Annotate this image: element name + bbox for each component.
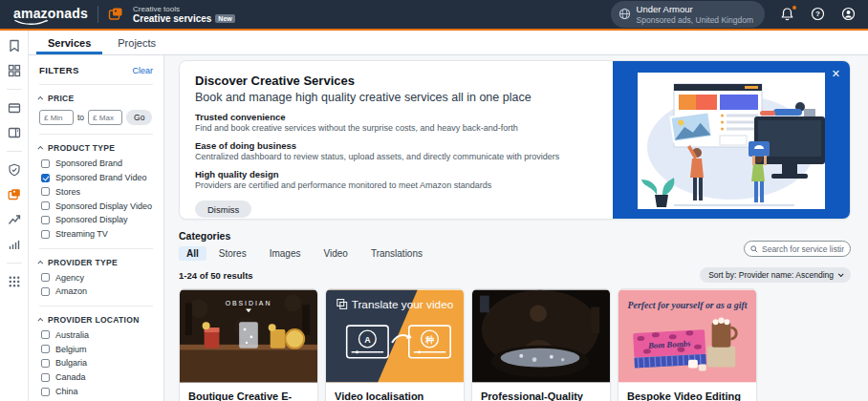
chevron-down-icon — [838, 271, 844, 277]
provider-location-option[interactable]: Belgium — [41, 345, 153, 354]
svg-text:?: ? — [815, 11, 820, 19]
checkbox[interactable] — [41, 388, 50, 396]
rail-divider — [7, 151, 22, 152]
campaigns-bookmark-icon[interactable] — [8, 39, 21, 53]
amazon-smile-icon — [14, 19, 49, 26]
checkbox[interactable] — [41, 330, 50, 339]
checkbox[interactable] — [41, 187, 50, 196]
chevron-up-icon — [37, 318, 43, 324]
amazonads-logo[interactable]: amazonads — [13, 6, 88, 24]
checkbox[interactable] — [41, 216, 50, 224]
dashboard-grid-icon[interactable] — [8, 64, 21, 77]
provider-type-option[interactable]: Amazon — [41, 286, 153, 296]
banner-point-desc: Providers are certified and performance … — [195, 180, 597, 190]
growth-trend-icon[interactable] — [8, 213, 21, 226]
provider-location-section-header[interactable]: PROVIDER LOCATION — [39, 315, 153, 325]
user-icon — [841, 7, 856, 21]
banner-point-desc: Find and book creative services without … — [195, 123, 597, 133]
product-type-option[interactable]: Streaming TV — [41, 229, 153, 239]
price-min-input[interactable] — [39, 110, 74, 125]
sidebar-rail — [0, 31, 29, 401]
checkbox[interactable] — [41, 345, 50, 353]
price-section-title: PRICE — [48, 94, 74, 103]
card-title: Bespoke Video Editing for Sponsored Bran… — [627, 390, 748, 401]
results-count: 1-24 of 50 results — [179, 270, 253, 281]
provider-location-option[interactable]: China — [41, 387, 153, 396]
account-switcher[interactable]: Under Armour Sponsored ads, United Kingd… — [611, 1, 765, 28]
provider-location-option[interactable]: Australia — [41, 330, 153, 340]
checkbox[interactable] — [41, 359, 50, 368]
topbar: amazonads Creative tools Creative servic… — [0, 0, 868, 29]
price-max-input[interactable] — [88, 110, 122, 125]
svg-text:种: 种 — [424, 335, 434, 345]
categories-label: Categories — [179, 230, 433, 242]
service-card[interactable]: Professional-Quality Video that Drives C… — [471, 288, 611, 401]
product-type-option[interactable]: Sponsored Brand Video — [41, 173, 153, 182]
card-title: Boutique Creative E-commerce Video studi… — [188, 390, 309, 401]
service-card[interactable]: OBSIDIAN Boutique Creative E-commerce Vi… — [179, 288, 318, 401]
creative-services-app-icon — [108, 7, 123, 22]
provider-location-option[interactable]: Canada — [41, 372, 153, 382]
dismiss-button[interactable]: Dismiss — [195, 200, 251, 218]
banner-point-title: Trusted convenience — [195, 112, 597, 122]
banner-illustration-wrapper: ✕ — [613, 61, 850, 219]
checkbox[interactable] — [41, 273, 50, 282]
service-card[interactable]: Perfect for yourself or as a gift Bom Bo… — [618, 288, 757, 401]
category-tab-video[interactable]: Video — [313, 246, 358, 261]
product-type-option[interactable]: Stores — [41, 187, 153, 197]
checkbox-label: Streaming TV — [55, 229, 108, 239]
checkbox[interactable] — [41, 159, 50, 168]
svg-text:A: A — [364, 335, 371, 345]
category-tab-stores[interactable]: Stores — [208, 246, 257, 261]
clear-filters-link[interactable]: Clear — [132, 66, 153, 75]
app-subtitle: Creative tools — [133, 5, 235, 13]
provider-type-title: PROVIDER TYPE — [48, 258, 118, 267]
provider-type-section-header[interactable]: PROVIDER TYPE — [39, 258, 153, 267]
sort-dropdown[interactable]: Sort by: Provider name: Ascending — [700, 267, 851, 283]
checkbox[interactable] — [41, 174, 50, 182]
apps-dots-icon[interactable] — [8, 275, 21, 288]
billing-card-icon[interactable] — [8, 101, 21, 115]
category-tab-all[interactable]: All — [179, 246, 206, 261]
brand-shield-icon[interactable] — [8, 163, 21, 177]
product-type-option[interactable]: Sponsored Display Video — [41, 201, 153, 211]
chevron-up-icon — [37, 260, 43, 265]
banner-subtitle: Book and manage high quality creative se… — [195, 91, 597, 104]
product-type-option[interactable]: Sponsored Display — [41, 215, 153, 224]
sort-label: Sort by: Provider name: Ascending — [708, 270, 834, 280]
reports-chart-icon[interactable] — [8, 238, 21, 251]
bell-icon — [780, 7, 794, 21]
search-input[interactable] — [762, 244, 844, 254]
price-go-button[interactable]: Go — [126, 110, 152, 125]
checkbox[interactable] — [41, 373, 50, 382]
service-cards: OBSIDIAN Boutique Creative E-commerce Vi… — [179, 288, 851, 401]
checkbox[interactable] — [41, 230, 50, 239]
profile-button[interactable] — [839, 6, 857, 23]
provider-location-option[interactable]: Bulgaria — [41, 358, 153, 368]
checkbox-label: Bulgaria — [55, 358, 87, 368]
tab-services[interactable]: Services — [36, 33, 102, 54]
account-name: Under Armour — [637, 4, 753, 14]
help-button[interactable]: ? — [809, 6, 826, 23]
service-card[interactable]: Translate your video A 种 — [325, 288, 465, 401]
category-tab-images[interactable]: Images — [259, 246, 312, 261]
checkbox[interactable] — [41, 201, 50, 210]
tab-projects[interactable]: Projects — [106, 33, 167, 54]
rail-divider — [7, 263, 22, 264]
provider-location-title: PROVIDER LOCATION — [48, 315, 140, 325]
assets-box-icon[interactable] — [8, 126, 21, 139]
notifications-button[interactable] — [778, 6, 795, 23]
category-tab-translations[interactable]: Translations — [360, 246, 433, 261]
checkbox[interactable] — [41, 287, 50, 296]
product-type-section-header[interactable]: PRODUCT TYPE — [39, 143, 153, 153]
provider-type-option[interactable]: Agency — [41, 273, 153, 283]
checkbox-label: Sponsored Display Video — [55, 201, 152, 211]
product-type-option[interactable]: Sponsored Brand — [41, 158, 153, 168]
banner-illustration — [613, 61, 850, 220]
card-image-icebath — [472, 289, 610, 383]
card-image-translate: Translate your video A 种 — [326, 289, 464, 383]
svg-text:Perfect for yourself or as a g: Perfect for yourself or as a gift — [628, 300, 748, 310]
banner-close-icon[interactable]: ✕ — [832, 69, 840, 79]
price-section-header[interactable]: PRICE — [39, 94, 153, 103]
creative-services-nav-icon[interactable] — [8, 188, 21, 201]
